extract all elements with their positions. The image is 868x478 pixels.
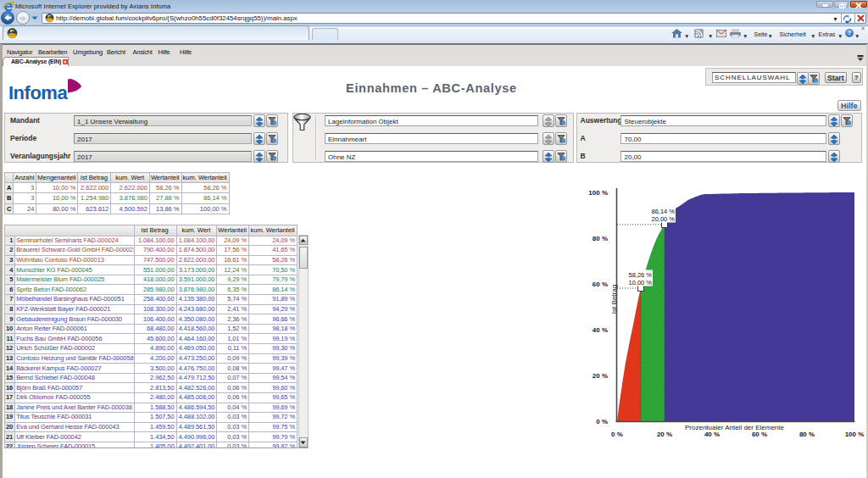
svg-text:58,26 %: 58,26 % bbox=[628, 271, 652, 279]
svg-text:100 %: 100 % bbox=[588, 189, 608, 197]
svg-text:0 %: 0 % bbox=[611, 431, 623, 438]
svg-text:40 %: 40 % bbox=[704, 431, 720, 438]
svg-text:20,00 %: 20,00 % bbox=[651, 215, 675, 223]
svg-text:20 %: 20 % bbox=[593, 372, 608, 380]
svg-text:80 %: 80 % bbox=[593, 235, 608, 242]
svg-text:100 %: 100 % bbox=[845, 431, 865, 438]
svg-text:60 %: 60 % bbox=[593, 281, 608, 288]
svg-text:40 %: 40 % bbox=[593, 326, 608, 334]
svg-text:Prozentualer Anteil der Elemen: Prozentualer Anteil der Elemente bbox=[685, 424, 785, 431]
svg-text:80 %: 80 % bbox=[799, 431, 815, 438]
svg-text:10,00 %: 10,00 % bbox=[628, 279, 652, 286]
svg-text:Ist Betrag: Ist Betrag bbox=[610, 285, 618, 314]
svg-text:86,14 %: 86,14 % bbox=[651, 208, 675, 215]
svg-text:60 %: 60 % bbox=[752, 431, 767, 438]
svg-text:0 %: 0 % bbox=[596, 418, 608, 425]
svg-text:20 %: 20 % bbox=[657, 431, 672, 438]
